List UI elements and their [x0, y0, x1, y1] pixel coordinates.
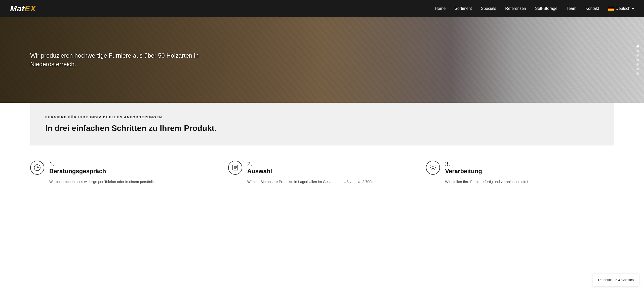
nav-item-team[interactable]: Team [567, 6, 576, 11]
nav-item-referenzen[interactable]: Referenzen [505, 6, 526, 11]
step-2-desc: Wählen Sie unsere Produkte in Lagerhalle… [228, 179, 416, 185]
slide-dot-3[interactable] [636, 54, 639, 57]
phone-clock-icon [30, 161, 44, 175]
step-3-title: Verarbeitung [445, 168, 482, 175]
nav-item-home[interactable]: Home [435, 6, 446, 11]
german-flag-icon [608, 7, 614, 11]
nav-item-kontakt[interactable]: Kontakt [585, 6, 599, 11]
step-1-desc: Wir besprechen alles wichtige per Telefo… [30, 179, 218, 185]
step-2-number: 2. [247, 161, 272, 168]
svg-rect-0 [608, 7, 614, 8]
steps-intro-title: In drei einfachen Schritten zu Ihrem Pro… [45, 124, 599, 133]
nav-item-language[interactable]: Deutsch ▾ [608, 6, 634, 11]
step-3-number: 3. [445, 161, 482, 168]
steps-section: 1. Beratungsgespräch Wir besprechen alle… [0, 146, 644, 195]
hero-section: Wir produzieren hochwertige Furniere aus… [0, 17, 644, 103]
slide-dot-5[interactable] [636, 63, 639, 66]
step-3: 3. Verarbeitung Wir stellen Ihre Furnier… [426, 161, 614, 185]
steps-intro-subtitle: FURNIERE FÜR IHRE INDIVIDUELLEN ANFORDER… [45, 115, 599, 119]
logo[interactable]: MatEX [10, 4, 36, 13]
slide-dot-1[interactable] [636, 45, 639, 48]
step-3-title-block: 3. Verarbeitung [445, 161, 482, 175]
slide-dot-6[interactable] [636, 68, 639, 70]
step-1-title-block: 1. Beratungsgespräch [49, 161, 106, 175]
nav-item-self-storage[interactable]: Self-Storage [535, 6, 557, 11]
step-2: 2. Auswahl Wählen Sie unsere Produkte in… [228, 161, 416, 185]
slide-dot-7[interactable] [636, 72, 639, 75]
svg-rect-2 [608, 9, 614, 11]
step-1: 1. Beratungsgespräch Wir besprechen alle… [30, 161, 218, 185]
hero-text: Wir produzieren hochwertige Furniere aus… [30, 51, 206, 68]
svg-rect-1 [608, 8, 614, 9]
slide-dots [636, 45, 639, 75]
list-icon [228, 161, 242, 175]
language-label: Deutsch [616, 6, 630, 11]
step-3-header: 3. Verarbeitung [426, 161, 614, 175]
logo-mat: Mat [10, 4, 25, 13]
nav-item-specials[interactable]: Specials [481, 6, 496, 11]
navbar: MatEX Home Sortiment Specials Referenzen… [0, 0, 644, 17]
steps-intro-section: FURNIERE FÜR IHRE INDIVIDUELLEN ANFORDER… [30, 103, 614, 146]
step-2-header: 2. Auswahl [228, 161, 416, 175]
gear-icon [426, 161, 440, 175]
step-1-number: 1. [49, 161, 106, 168]
step-1-header: 1. Beratungsgespräch [30, 161, 218, 175]
step-3-desc: Wir stellen Ihre Furniere fertig und ver… [426, 179, 614, 185]
step-2-title-block: 2. Auswahl [247, 161, 272, 175]
nav-item-sortiment[interactable]: Sortiment [455, 6, 472, 11]
dropdown-arrow-icon: ▾ [632, 6, 634, 11]
slide-dot-2[interactable] [636, 50, 639, 52]
step-2-title: Auswahl [247, 168, 272, 175]
slide-dot-4[interactable] [636, 59, 639, 61]
svg-point-10 [432, 167, 434, 169]
nav-links: Home Sortiment Specials Referenzen Self-… [435, 6, 634, 11]
logo-ex: EX [25, 4, 36, 13]
language-button[interactable]: Deutsch ▾ [608, 6, 634, 11]
step-1-title: Beratungsgespräch [49, 168, 106, 175]
